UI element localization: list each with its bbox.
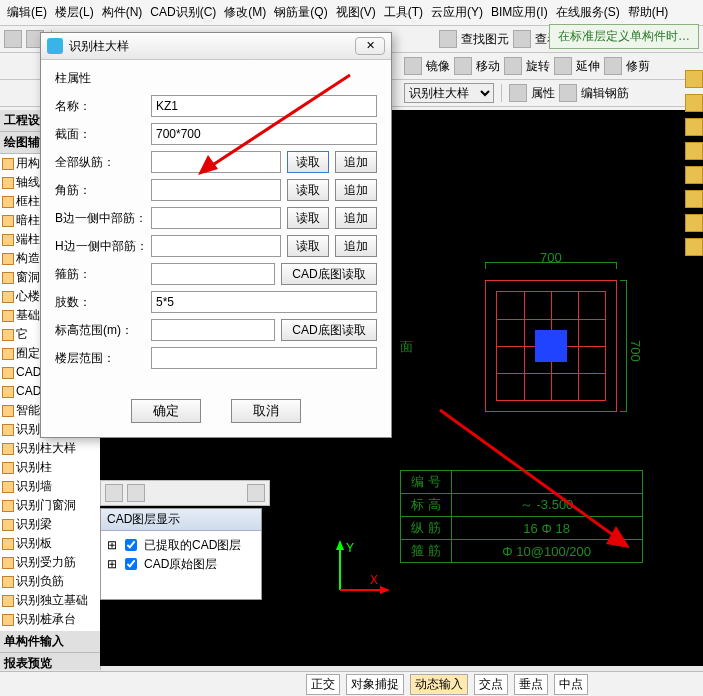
cancel-button[interactable]: 取消 bbox=[231, 399, 301, 423]
add-hside-button[interactable]: 追加 bbox=[335, 235, 377, 257]
move-icon[interactable] bbox=[454, 57, 472, 75]
close-icon[interactable]: ✕ bbox=[355, 37, 385, 55]
dialog-titlebar[interactable]: 识别柱大样 ✕ bbox=[41, 33, 391, 60]
bullet-icon bbox=[2, 196, 14, 208]
menu-edit[interactable]: 编辑(E) bbox=[4, 2, 50, 23]
attr-button[interactable]: 属性 bbox=[531, 85, 555, 102]
svg-marker-4 bbox=[380, 586, 390, 594]
mini-btn-3[interactable] bbox=[247, 484, 265, 502]
input-name[interactable] bbox=[151, 95, 377, 117]
layer-node-2[interactable]: ⊞ CAD原始图层 bbox=[107, 555, 255, 573]
menu-online[interactable]: 在线服务(S) bbox=[553, 2, 623, 23]
add-allbar-button[interactable]: 追加 bbox=[335, 151, 377, 173]
sidebar-item-label: 识别负筋 bbox=[16, 573, 64, 590]
trim-button[interactable]: 修剪 bbox=[626, 58, 650, 75]
rebar-icon[interactable] bbox=[513, 30, 531, 48]
rotate-icon[interactable] bbox=[504, 57, 522, 75]
layer-node-1[interactable]: ⊞ 已提取的CAD图层 bbox=[107, 536, 255, 554]
rtool-3[interactable] bbox=[685, 118, 703, 136]
menu-view[interactable]: 视图(V) bbox=[333, 2, 379, 23]
input-limb[interactable] bbox=[151, 291, 377, 313]
rtool-7[interactable] bbox=[685, 214, 703, 232]
read-bside-button[interactable]: 读取 bbox=[287, 207, 329, 229]
status-snap[interactable]: 对象捕捉 bbox=[346, 674, 404, 695]
menu-cad[interactable]: CAD识别(C) bbox=[147, 2, 219, 23]
add-corner-button[interactable]: 追加 bbox=[335, 179, 377, 201]
menu-floor[interactable]: 楼层(L) bbox=[52, 2, 97, 23]
sidebar-item-18[interactable]: 识别门窗洞 bbox=[0, 496, 100, 515]
search-icon[interactable] bbox=[439, 30, 457, 48]
input-corner[interactable] bbox=[151, 179, 281, 201]
extend-button[interactable]: 延伸 bbox=[576, 58, 600, 75]
input-floor[interactable] bbox=[151, 347, 377, 369]
read-allbar-button[interactable]: 读取 bbox=[287, 151, 329, 173]
layer-check-1[interactable] bbox=[125, 539, 137, 551]
rtool-1[interactable] bbox=[685, 70, 703, 88]
cadread-stirrup-button[interactable]: CAD底图读取 bbox=[281, 263, 377, 285]
rtool-6[interactable] bbox=[685, 190, 703, 208]
new-icon[interactable] bbox=[4, 30, 22, 48]
sidebar-item-17[interactable]: 识别墙 bbox=[0, 477, 100, 496]
mirror-icon[interactable] bbox=[404, 57, 422, 75]
attr-icon[interactable] bbox=[509, 84, 527, 102]
sidebar-item-23[interactable]: 识别独立基础 bbox=[0, 591, 100, 610]
trim-icon[interactable] bbox=[604, 57, 622, 75]
status-dyn[interactable]: 动态输入 bbox=[410, 674, 468, 695]
sidebar-item-16[interactable]: 识别柱 bbox=[0, 458, 100, 477]
sidebar-footer-2[interactable]: 报表预览 bbox=[0, 653, 100, 670]
layer-check-2[interactable] bbox=[125, 558, 137, 570]
cadread-elev-button[interactable]: CAD底图读取 bbox=[281, 319, 377, 341]
read-corner-button[interactable]: 读取 bbox=[287, 179, 329, 201]
bullet-icon bbox=[2, 519, 14, 531]
menu-bim[interactable]: BIM应用(I) bbox=[488, 2, 551, 23]
read-hside-button[interactable]: 读取 bbox=[287, 235, 329, 257]
sidebar-footer-1[interactable]: 单构件输入 bbox=[0, 631, 100, 653]
ok-button[interactable]: 确定 bbox=[131, 399, 201, 423]
layer-label-2: CAD原始图层 bbox=[144, 556, 217, 573]
tbl-val-4: Φ 10@100/200 bbox=[451, 540, 642, 563]
rtool-4[interactable] bbox=[685, 142, 703, 160]
input-bside[interactable] bbox=[151, 207, 281, 229]
identify-combo[interactable]: 识别柱大样 bbox=[404, 83, 494, 103]
mirror-button[interactable]: 镜像 bbox=[426, 58, 450, 75]
input-section[interactable] bbox=[151, 123, 377, 145]
extend-icon[interactable] bbox=[554, 57, 572, 75]
menu-rebar[interactable]: 钢筋量(Q) bbox=[271, 2, 330, 23]
menu-cloud[interactable]: 云应用(Y) bbox=[428, 2, 486, 23]
find-element-button[interactable]: 查找图元 bbox=[461, 31, 509, 48]
sidebar-item-19[interactable]: 识别梁 bbox=[0, 515, 100, 534]
layer-panel: CAD图层显示 ⊞ 已提取的CAD图层 ⊞ CAD原始图层 bbox=[100, 508, 262, 600]
sidebar-item-22[interactable]: 识别负筋 bbox=[0, 572, 100, 591]
input-elev[interactable] bbox=[151, 319, 275, 341]
input-allbar[interactable] bbox=[151, 151, 281, 173]
add-bside-button[interactable]: 追加 bbox=[335, 207, 377, 229]
menu-tool[interactable]: 工具(T) bbox=[381, 2, 426, 23]
status-ortho[interactable]: 正交 bbox=[306, 674, 340, 695]
menu-component[interactable]: 构件(N) bbox=[99, 2, 146, 23]
rtool-2[interactable] bbox=[685, 94, 703, 112]
rotate-button[interactable]: 旋转 bbox=[526, 58, 550, 75]
sidebar-item-21[interactable]: 识别受力筋 bbox=[0, 553, 100, 572]
edit-rebar-button[interactable]: 编辑钢筋 bbox=[581, 85, 629, 102]
sidebar-item-20[interactable]: 识别板 bbox=[0, 534, 100, 553]
rtool-5[interactable] bbox=[685, 166, 703, 184]
dialog-icon bbox=[47, 38, 63, 54]
move-button[interactable]: 移动 bbox=[476, 58, 500, 75]
ucs-axis: Y X bbox=[330, 540, 390, 603]
input-stirrup[interactable] bbox=[151, 263, 275, 285]
lbl-name: 名称： bbox=[55, 98, 145, 115]
input-hside[interactable] bbox=[151, 235, 281, 257]
status-mid[interactable]: 中点 bbox=[554, 674, 588, 695]
edit-rebar-icon[interactable] bbox=[559, 84, 577, 102]
menu-modify[interactable]: 修改(M) bbox=[221, 2, 269, 23]
status-inter[interactable]: 交点 bbox=[474, 674, 508, 695]
bullet-icon bbox=[2, 614, 14, 626]
rtool-8[interactable] bbox=[685, 238, 703, 256]
mini-btn-2[interactable] bbox=[127, 484, 145, 502]
mini-btn-1[interactable] bbox=[105, 484, 123, 502]
sidebar-item-24[interactable]: 识别桩承台 bbox=[0, 610, 100, 629]
sidebar-item-15[interactable]: 识别柱大样 bbox=[0, 439, 100, 458]
dim-line-top bbox=[485, 262, 617, 269]
menu-help[interactable]: 帮助(H) bbox=[625, 2, 672, 23]
status-perp[interactable]: 垂点 bbox=[514, 674, 548, 695]
